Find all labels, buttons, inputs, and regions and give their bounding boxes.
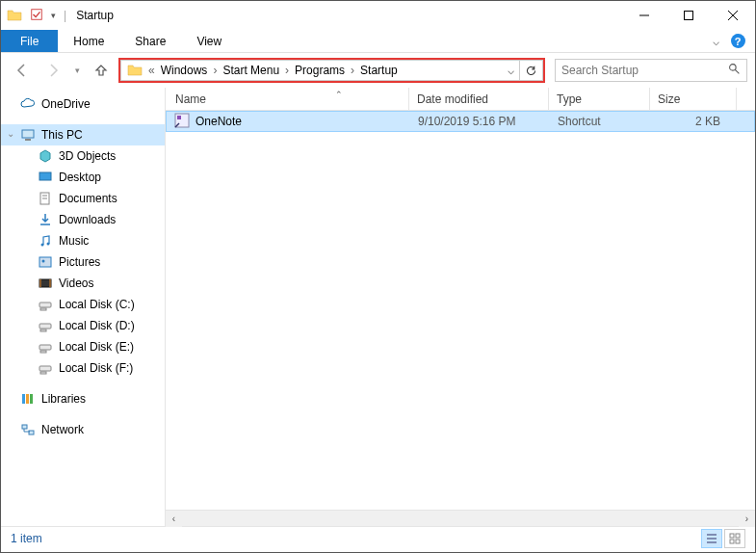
view-icons-button[interactable] bbox=[724, 529, 745, 548]
back-button[interactable] bbox=[9, 57, 36, 84]
help-icon: ? bbox=[731, 34, 745, 48]
libraries-icon bbox=[20, 391, 36, 407]
svg-rect-30 bbox=[30, 394, 33, 404]
tree-videos[interactable]: Videos bbox=[1, 273, 165, 294]
tree-drive-d[interactable]: Local Disk (D:) bbox=[1, 315, 165, 336]
chevron-right-icon: › bbox=[211, 64, 219, 77]
address-dropdown-icon[interactable]: ⌵ bbox=[502, 64, 519, 77]
tree-drive-c[interactable]: Local Disk (C:) bbox=[1, 294, 165, 315]
column-headers: Name⌃ Date modified Type Size bbox=[166, 88, 755, 111]
pictures-icon bbox=[38, 254, 53, 270]
file-tab[interactable]: File bbox=[1, 30, 58, 52]
tree-label: Local Disk (C:) bbox=[59, 298, 135, 311]
svg-rect-20 bbox=[39, 303, 51, 307]
search-input[interactable] bbox=[561, 64, 728, 77]
svg-rect-8 bbox=[25, 139, 31, 141]
svg-rect-38 bbox=[730, 534, 734, 538]
ribbon-expand-icon[interactable]: ⌵ bbox=[705, 30, 726, 52]
music-icon bbox=[38, 233, 53, 249]
forward-button[interactable] bbox=[39, 57, 66, 84]
tree-network[interactable]: Network bbox=[1, 419, 165, 440]
document-icon bbox=[38, 191, 53, 206]
separator: | bbox=[64, 9, 66, 22]
svg-rect-22 bbox=[39, 324, 51, 329]
tree-thispc[interactable]: This PC bbox=[1, 124, 165, 145]
breadcrumb-item[interactable]: Programs bbox=[291, 64, 349, 77]
tree-drive-f[interactable]: Local Disk (F:) bbox=[1, 357, 165, 379]
tab-home[interactable]: Home bbox=[58, 30, 119, 52]
breadcrumb-overflow-icon[interactable]: « bbox=[146, 64, 157, 77]
tree-label: This PC bbox=[41, 128, 83, 142]
tree-libraries[interactable]: Libraries bbox=[1, 388, 165, 409]
scroll-left-icon[interactable]: ‹ bbox=[166, 511, 182, 527]
file-type: Shortcut bbox=[550, 115, 651, 128]
column-date[interactable]: Date modified bbox=[409, 88, 549, 110]
tree-label: Documents bbox=[59, 192, 117, 205]
address-bar[interactable]: « Windows › Start Menu › Programs › Star… bbox=[120, 60, 520, 81]
svg-rect-34 bbox=[177, 116, 181, 119]
statusbar: 1 item bbox=[1, 526, 755, 549]
chevron-down-icon[interactable]: ⌄ bbox=[7, 128, 16, 139]
cloud-icon bbox=[20, 96, 36, 112]
tree-label: Videos bbox=[59, 276, 93, 290]
drive-icon bbox=[38, 339, 53, 355]
search-box[interactable] bbox=[555, 59, 747, 82]
svg-rect-23 bbox=[40, 329, 46, 331]
tree-label: Downloads bbox=[59, 213, 116, 226]
tree-3dobjects[interactable]: 3D Objects bbox=[1, 145, 165, 167]
search-icon[interactable] bbox=[728, 63, 741, 78]
tree-label: Local Disk (D:) bbox=[59, 319, 135, 332]
ribbon: File Home Share View ⌵ ? bbox=[1, 30, 755, 53]
refresh-button[interactable] bbox=[520, 60, 543, 81]
view-details-button[interactable] bbox=[701, 529, 722, 548]
tree-pictures[interactable]: Pictures bbox=[1, 251, 165, 273]
drive-icon bbox=[38, 360, 53, 376]
tree-documents[interactable]: Documents bbox=[1, 188, 165, 209]
navbar: ▾ « Windows › Start Menu › Programs › St… bbox=[1, 53, 755, 88]
titlebar: ▾ | Startup bbox=[1, 1, 755, 30]
cube-icon bbox=[38, 148, 53, 164]
svg-rect-24 bbox=[39, 345, 51, 350]
column-name[interactable]: Name⌃ bbox=[166, 88, 409, 110]
desktop-icon bbox=[38, 170, 53, 185]
breadcrumb-item[interactable]: Windows bbox=[157, 64, 212, 77]
tree-music[interactable]: Music bbox=[1, 230, 165, 251]
scroll-right-icon[interactable]: › bbox=[739, 511, 755, 527]
tree-label: Local Disk (F:) bbox=[59, 361, 133, 375]
tree-downloads[interactable]: Downloads bbox=[1, 209, 165, 230]
address-bar-highlight: « Windows › Start Menu › Programs › Star… bbox=[118, 58, 545, 83]
qat-dropdown-icon[interactable]: ▾ bbox=[51, 11, 56, 20]
breadcrumb-item[interactable]: Start Menu bbox=[219, 64, 283, 77]
column-size[interactable]: Size bbox=[650, 88, 737, 110]
network-icon bbox=[20, 422, 36, 437]
close-button[interactable] bbox=[711, 1, 755, 30]
tree-label: Network bbox=[41, 423, 84, 436]
qat-item[interactable] bbox=[30, 8, 43, 24]
file-row[interactable]: OneNote 9/10/2019 5:16 PM Shortcut 2 KB bbox=[166, 111, 755, 132]
tab-view[interactable]: View bbox=[181, 30, 237, 52]
shortcut-icon bbox=[174, 113, 190, 131]
pc-icon bbox=[20, 127, 36, 143]
svg-rect-9 bbox=[39, 172, 51, 180]
svg-rect-19 bbox=[49, 279, 51, 287]
tree-desktop[interactable]: Desktop bbox=[1, 167, 165, 188]
file-name: OneNote bbox=[196, 115, 242, 128]
help-button[interactable]: ? bbox=[726, 30, 749, 52]
folder-icon bbox=[7, 8, 22, 23]
breadcrumb-item[interactable]: Startup bbox=[356, 64, 402, 77]
tab-share[interactable]: Share bbox=[119, 30, 181, 52]
tree-label: Local Disk (E:) bbox=[59, 340, 134, 354]
svg-point-14 bbox=[47, 243, 50, 246]
column-type[interactable]: Type bbox=[549, 88, 650, 110]
tree-onedrive[interactable]: OneDrive bbox=[1, 93, 165, 115]
svg-rect-0 bbox=[32, 9, 42, 19]
tree-drive-e[interactable]: Local Disk (E:) bbox=[1, 336, 165, 357]
maximize-button[interactable] bbox=[666, 1, 711, 30]
svg-rect-2 bbox=[685, 12, 693, 20]
recent-dropdown-icon[interactable]: ▾ bbox=[70, 57, 84, 84]
up-button[interactable] bbox=[88, 57, 115, 84]
svg-rect-18 bbox=[39, 279, 41, 287]
horizontal-scrollbar[interactable]: ‹ › bbox=[166, 510, 755, 526]
minimize-button[interactable] bbox=[622, 1, 666, 30]
tree-label: OneDrive bbox=[41, 97, 91, 111]
